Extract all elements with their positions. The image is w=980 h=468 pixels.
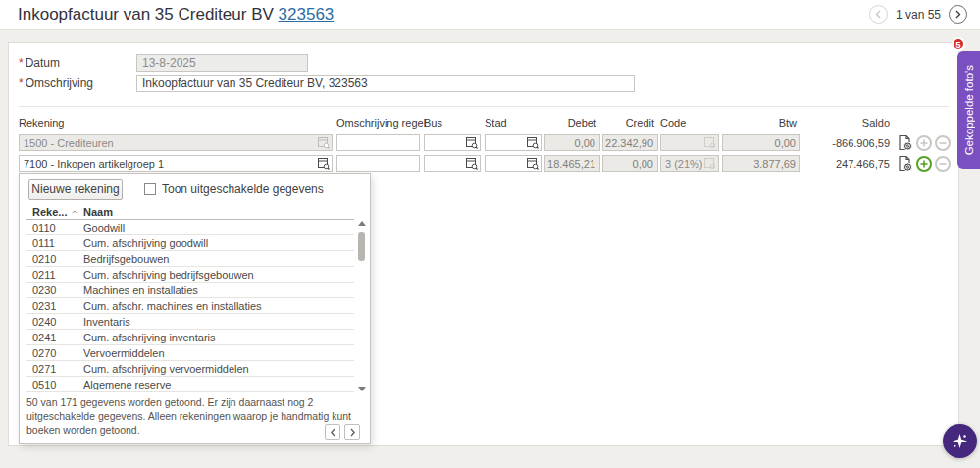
account-row[interactable]: 0241Cum. afschrijving inventaris	[26, 330, 354, 345]
bus-field[interactable]	[424, 134, 481, 151]
account-row[interactable]: 0230Machines en installaties	[26, 283, 354, 298]
account-lookup-icon	[318, 137, 330, 149]
add-row-button[interactable]	[916, 135, 932, 151]
required-marker: *	[19, 56, 24, 70]
scroll-up-icon[interactable]	[358, 221, 366, 226]
remove-row-button[interactable]	[935, 156, 951, 172]
account-lookup-icon[interactable]	[318, 158, 330, 170]
debet-field: 0,00	[544, 134, 600, 151]
rekening-field[interactable]: 7100 - Inkopen artikelgroep 1	[19, 155, 333, 172]
bus-field[interactable]	[424, 155, 481, 172]
stad-field[interactable]	[485, 155, 542, 172]
account-list-scrollbar[interactable]	[357, 220, 366, 392]
column-header-omschrijving-regel: Omschrijving regel	[336, 117, 420, 129]
next-invoice-button[interactable]	[949, 5, 967, 24]
linked-photos-tab-label: Gekoppelde foto's	[963, 65, 975, 155]
scroll-down-icon[interactable]	[358, 387, 366, 391]
invoice-pagination: 1 van 55	[869, 5, 967, 24]
account-lookup-popup: Nieuwe rekening Toon uitgeschakelde gege…	[19, 173, 371, 444]
account-list-header: Reke... Naam	[26, 204, 354, 220]
column-header-account-code[interactable]: Reke...	[26, 204, 77, 219]
omschrijving-field[interactable]: Inkoopfactuur van 35 Crediteur BV, 32356…	[136, 75, 635, 92]
show-disabled-checkbox[interactable]	[144, 183, 156, 195]
pager-previous-button[interactable]	[325, 424, 340, 440]
remove-row-button[interactable]	[935, 135, 951, 151]
stad-lookup-icon[interactable]	[527, 158, 539, 170]
code-lookup-icon	[704, 158, 716, 170]
omschrijving-row: *Omschrijving Inkoopfactuur van 35 Credi…	[19, 75, 635, 92]
column-header-stad: Stad	[485, 117, 542, 129]
assistant-button[interactable]	[943, 424, 977, 458]
account-row[interactable]: 0271Cum. afschrijving vervoermiddelen	[26, 361, 354, 377]
account-row[interactable]: 0510Algemene reserve	[26, 377, 354, 392]
column-header-debet: Debet	[544, 117, 600, 129]
account-row[interactable]: 0211Cum. afschrijving bedrijfsgebouwen	[26, 267, 354, 283]
btw-field: 3.877,69	[722, 155, 800, 172]
datum-field: 13-8-2025	[136, 54, 308, 72]
saldo-value: -866.906,59	[800, 137, 894, 149]
invoice-card: *Datum 13-8-2025 *Omschrijving Inkoopfac…	[8, 42, 959, 446]
account-row[interactable]: 0240Inventaris	[26, 314, 354, 330]
rekening-field: 1500 - Crediteuren	[19, 134, 333, 151]
code-lookup-icon	[704, 137, 716, 149]
column-header-saldo: Saldo	[800, 117, 894, 129]
credit-field: 0,00	[602, 155, 658, 172]
column-header-credit: Credit	[602, 117, 658, 129]
stad-lookup-icon[interactable]	[527, 137, 539, 149]
grid-header-row: Rekening Omschrijving regel Bus Stad Deb…	[19, 115, 954, 130]
page-title: Inkoopfactuur van 35 Crediteur BV 323563	[18, 5, 334, 25]
invoice-number-link[interactable]: 323563	[279, 5, 335, 24]
add-row-button[interactable]	[916, 156, 932, 172]
account-list-pager	[325, 424, 360, 440]
account-row[interactable]: 0270Vervoermiddelen	[26, 345, 354, 361]
saldo-value: 247.466,75	[800, 158, 894, 170]
omschrijving-regel-field[interactable]	[336, 155, 420, 172]
omschrijving-regel-field[interactable]	[336, 134, 420, 151]
linked-photo-icon[interactable]	[897, 155, 913, 172]
column-header-bus: Bus	[424, 117, 481, 129]
show-disabled-row: Toon uitgeschakelde gegevens	[144, 182, 324, 196]
account-row[interactable]: 0111Cum. afschrijving goodwill	[26, 235, 354, 251]
booking-row: 1500 - Crediteuren 0,00 22.342,90 0,00 -…	[19, 134, 954, 151]
column-header-code: Code	[660, 117, 719, 129]
column-header-account-name[interactable]: Naam	[77, 204, 113, 219]
page-header: Inkoopfactuur van 35 Crediteur BV 323563…	[0, 0, 980, 30]
omschrijving-label: *Omschrijving	[19, 77, 136, 90]
required-marker: *	[19, 77, 24, 90]
scrollbar-thumb[interactable]	[358, 232, 365, 261]
result-count-text: 50 van 171 gegevens worden getoond. Er z…	[26, 395, 368, 438]
booking-row: 7100 - Inkopen artikelgroep 1 18.465,21 …	[19, 155, 954, 172]
datum-row: *Datum 13-8-2025	[19, 54, 308, 72]
linked-photos-count-badge: 5	[952, 37, 965, 51]
linked-photo-icon[interactable]	[897, 134, 913, 151]
new-account-button[interactable]: Nieuwe rekening	[28, 179, 123, 200]
code-field	[660, 134, 719, 151]
pager-next-button[interactable]	[344, 424, 360, 440]
debet-field: 18.465,21	[544, 155, 600, 172]
account-row[interactable]: 0231Cum. afschr. machines en installatie…	[26, 298, 354, 314]
show-disabled-label: Toon uitgeschakelde gegevens	[162, 182, 324, 196]
pagination-label: 1 van 55	[896, 8, 941, 22]
bus-lookup-icon[interactable]	[466, 137, 478, 149]
credit-field: 22.342,90	[602, 134, 658, 151]
bus-lookup-icon[interactable]	[466, 158, 478, 170]
section-divider	[19, 106, 949, 107]
previous-invoice-button[interactable]	[869, 5, 888, 24]
column-header-rekening: Rekening	[19, 117, 333, 129]
btw-field: 0,00	[722, 134, 800, 151]
stad-field[interactable]	[485, 134, 542, 151]
page-title-text: Inkoopfactuur van 35 Crediteur BV	[18, 5, 274, 24]
sparkle-icon	[951, 432, 969, 450]
code-field: 3 (21%)	[660, 155, 719, 172]
linked-photos-tab[interactable]: Gekoppelde foto's	[957, 51, 980, 169]
account-row[interactable]: 0110Goodwill	[26, 220, 354, 235]
account-list: 0110Goodwill 0111Cum. afschrijving goodw…	[26, 220, 354, 392]
datum-label: *Datum	[19, 56, 136, 70]
column-header-btw: Btw	[722, 117, 800, 129]
account-row[interactable]: 0210Bedrijfsgebouwen	[26, 251, 354, 267]
